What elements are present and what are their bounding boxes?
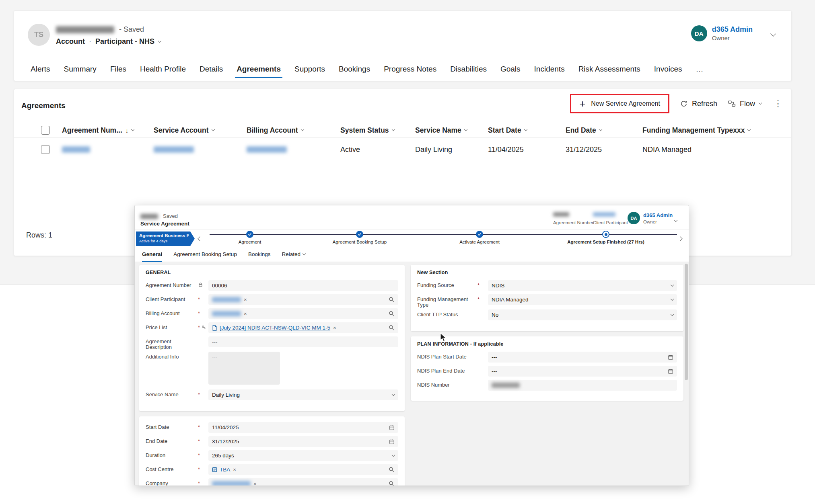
search-icon[interactable] [389, 311, 395, 317]
client-participant-value-redacted[interactable] [212, 297, 241, 302]
tab-incidents[interactable]: Incidents [527, 57, 572, 81]
dialog-tab-agreement-booking-setup[interactable]: Agreement Booking Setup [173, 247, 237, 262]
tab-progress-notes[interactable]: Progress Notes [377, 57, 443, 81]
ndis-plan-end-date-input[interactable]: --- [488, 366, 677, 377]
remove-value-icon[interactable]: × [244, 311, 247, 317]
cell-service-account-redacted[interactable] [154, 138, 194, 161]
dialog-scrollbar[interactable] [685, 264, 688, 484]
dialog-tab-bookings[interactable]: Bookings [248, 247, 271, 262]
column-end-date[interactable]: End Date [566, 122, 602, 138]
remove-value-icon[interactable]: × [244, 297, 247, 303]
end-date-input[interactable]: 31/12/2025 [208, 436, 398, 447]
tab-files[interactable]: Files [103, 57, 133, 81]
bpf-stage-agreement-complete-icon[interactable] [246, 231, 253, 238]
save-status: - Saved [119, 25, 144, 34]
service-name-dropdown[interactable]: Daily Living [208, 389, 398, 400]
search-icon[interactable] [389, 325, 395, 331]
dialog-tab-related[interactable]: Related [282, 247, 305, 262]
bpf-scroll-right-button[interactable] [679, 235, 685, 241]
bpf-label-agreement-booking-setup[interactable]: Agreement Booking Setup [307, 240, 412, 244]
cell-billing-account-redacted[interactable] [247, 138, 287, 161]
bpf-label-activate-agreement[interactable]: Activate Agreement [427, 240, 532, 244]
column-service-name[interactable]: Service Name [415, 122, 467, 138]
company-value-redacted[interactable] [212, 481, 251, 486]
chevron-down-icon[interactable] [675, 216, 677, 223]
bpf-label-agreement[interactable]: Agreement [198, 240, 302, 244]
search-icon[interactable] [389, 481, 395, 486]
client-ttp-status-dropdown[interactable]: No [488, 309, 677, 320]
business-process-flow: Agreement Business Pro... Active for 4 d… [135, 229, 689, 247]
dialog-owner-name[interactable]: d365 Admin [643, 212, 673, 218]
more-commands-button[interactable]: ⋮ [772, 98, 784, 109]
remove-value-icon[interactable]: × [253, 481, 257, 486]
header-collapse-button[interactable] [771, 30, 775, 37]
owner-widget[interactable]: DA d365 Admin Owner [691, 25, 753, 41]
tab-agreements[interactable]: Agreements [230, 57, 288, 81]
bpf-stage-finished-current-icon[interactable] [602, 231, 609, 238]
additional-info-textarea[interactable]: --- [208, 352, 280, 385]
table-row[interactable]: Active Daily Living 11/04/2025 31/12/202… [14, 138, 791, 161]
record-name-redacted [56, 26, 114, 33]
company-lookup[interactable]: × [208, 478, 398, 486]
tab-details[interactable]: Details [193, 57, 230, 81]
chevron-down-icon [599, 128, 602, 131]
search-icon[interactable] [389, 467, 395, 473]
row-checkbox[interactable] [41, 138, 50, 161]
column-start-date[interactable]: Start Date [488, 122, 527, 138]
select-all-checkbox[interactable] [41, 122, 50, 138]
cost-centre-lookup[interactable]: TBA × [208, 464, 398, 475]
start-date-input[interactable]: 11/04/2025 [208, 422, 398, 433]
column-agreement-number[interactable]: Agreement Num...↓ [62, 122, 134, 138]
cost-centre-link[interactable]: TBA [220, 467, 230, 473]
tab-disabilities[interactable]: Disabilities [443, 57, 494, 81]
bpf-stage-activate-complete-icon[interactable] [476, 231, 483, 238]
tab-summary[interactable]: Summary [57, 57, 103, 81]
flow-button[interactable]: Flow [728, 100, 761, 108]
calendar-icon[interactable] [389, 425, 395, 430]
tab-goals[interactable]: Goals [494, 57, 527, 81]
calendar-icon[interactable] [668, 369, 673, 374]
cell-agreement-number-redacted[interactable] [62, 138, 90, 161]
calendar-icon[interactable] [389, 439, 395, 445]
scrollbar-thumb[interactable] [685, 264, 688, 380]
agreement-description-input[interactable]: --- [208, 336, 398, 347]
column-service-account[interactable]: Service Account [154, 122, 214, 138]
remove-value-icon[interactable]: × [233, 467, 236, 473]
tab-risk-assessments[interactable]: Risk Assessments [572, 57, 647, 81]
client-participant-lookup[interactable]: × [208, 294, 398, 305]
remove-value-icon[interactable]: × [333, 325, 336, 331]
tab-invoices[interactable]: Invoices [647, 57, 689, 81]
price-list-link[interactable]: [July 2024] NDIS ACT-NSW-QLD-VIC MM 1-5 [220, 325, 330, 331]
subgrid-toolbar: + New Service Agreement Refresh Flow ⋮ [570, 94, 784, 113]
funding-management-type-dropdown[interactable]: NDIA Managed [488, 294, 677, 305]
bpf-stage-booking-setup-complete-icon[interactable] [356, 231, 363, 238]
billing-account-value-redacted[interactable] [212, 311, 241, 316]
tab-supports[interactable]: Supports [288, 57, 332, 81]
column-system-status[interactable]: System Status [340, 122, 395, 138]
funding-source-dropdown[interactable]: NDIS [488, 280, 677, 291]
column-funding-management-type[interactable]: Funding Management Typexxx [642, 122, 750, 138]
bpf-label-agreement-setup-finished[interactable]: Agreement Setup Finished (27 Hrs) [554, 240, 658, 244]
owner-name[interactable]: d365 Admin [712, 25, 753, 33]
ndis-number-input[interactable] [488, 380, 677, 391]
search-icon[interactable] [389, 297, 395, 303]
header-field-client-participant[interactable]: Client Participant [593, 212, 628, 226]
tab-health-profile[interactable]: Health Profile [133, 57, 193, 81]
duration-dropdown[interactable]: 265 days [208, 450, 398, 461]
refresh-button[interactable]: Refresh [680, 100, 717, 108]
required-marker: * [198, 438, 200, 444]
new-service-agreement-button[interactable]: + New Service Agreement [570, 94, 669, 113]
tab-more-ellipsis[interactable]: … [689, 57, 710, 81]
calendar-icon[interactable] [668, 354, 673, 360]
ndis-plan-start-date-input[interactable]: --- [488, 352, 677, 363]
column-billing-account[interactable]: Billing Account [247, 122, 304, 138]
form-selector[interactable]: Participant - NHS [95, 37, 154, 46]
bpf-active-stage-pill[interactable]: Agreement Business Pro... Active for 4 d… [136, 232, 195, 246]
tab-bookings[interactable]: Bookings [332, 57, 377, 81]
price-list-lookup[interactable]: [July 2024] NDIS ACT-NSW-QLD-VIC MM 1-5 … [208, 322, 398, 333]
dialog-tab-general[interactable]: General [142, 247, 162, 262]
billing-account-lookup[interactable]: × [208, 308, 398, 319]
chevron-down-icon[interactable] [158, 39, 161, 42]
tab-alerts[interactable]: Alerts [24, 57, 57, 81]
client-participant-value-redacted[interactable] [593, 212, 615, 217]
